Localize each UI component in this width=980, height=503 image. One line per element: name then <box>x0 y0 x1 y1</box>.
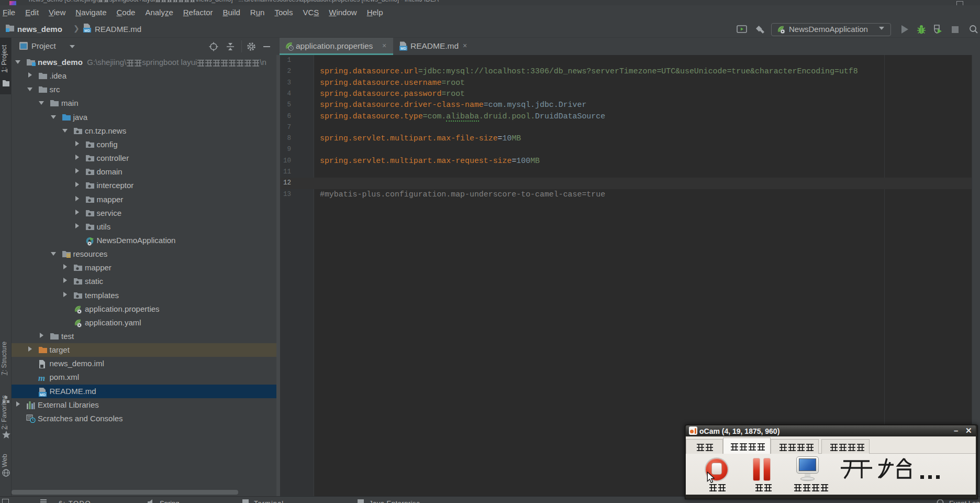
svg-text:MD: MD <box>400 47 406 50</box>
svg-text:MD: MD <box>40 392 46 396</box>
svg-text:MD: MD <box>84 29 90 32</box>
svg-text:m: m <box>38 373 45 382</box>
